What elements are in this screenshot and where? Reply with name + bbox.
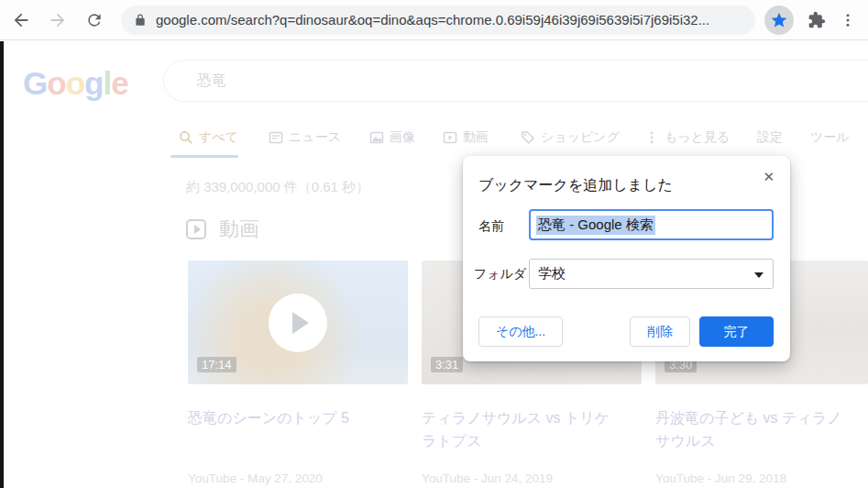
dialog-title: ブックマークを追加しました <box>478 176 673 195</box>
search-tabs: すべて ニュース 画像 動画 ショッピング もっと見る 設定 <box>0 129 868 153</box>
video-thumbnail[interactable]: 17:14 <box>188 261 408 384</box>
video-duration-badge: 17:14 <box>197 357 236 372</box>
video-source: YouTube - Jun 24, 2019 <box>422 471 553 485</box>
active-tab-underline <box>170 155 238 158</box>
screen: google.com/search?q=dinosaur&oq=dino&aqs… <box>0 0 868 488</box>
lock-icon <box>134 14 147 27</box>
tab-videos[interactable]: 動画 <box>443 129 489 146</box>
folder-value: 学校 <box>538 265 566 283</box>
news-icon <box>269 130 283 145</box>
video-title-link[interactable]: 恐竜のシーンのトップ 5 <box>188 407 390 430</box>
extensions-button[interactable] <box>801 5 832 36</box>
chevron-down-icon <box>754 272 764 278</box>
back-button[interactable] <box>5 5 37 36</box>
screen-edge <box>0 41 4 488</box>
more-options-button[interactable]: その他... <box>478 316 563 347</box>
tab-settings[interactable]: 設定 <box>757 129 783 146</box>
play-button-icon[interactable] <box>269 294 327 352</box>
puzzle-icon <box>808 11 826 29</box>
video-card[interactable]: 17:14 恐竜のシーンのトップ 5 YouTube - May 27, 202… <box>188 261 408 430</box>
done-button[interactable]: 完了 <box>699 316 774 347</box>
google-logo[interactable]: Google <box>23 65 128 102</box>
reload-button[interactable] <box>79 5 110 36</box>
tab-shopping[interactable]: ショッピング <box>521 129 620 146</box>
browser-toolbar: google.com/search?q=dinosaur&oq=dino&aqs… <box>0 0 868 40</box>
videos-icon <box>443 130 457 145</box>
reload-icon <box>85 11 104 29</box>
video-duration-badge: 3:31 <box>431 357 463 372</box>
back-arrow-icon <box>11 10 31 30</box>
tab-all[interactable]: すべて <box>179 129 238 146</box>
name-label: 名前 <box>478 218 504 235</box>
bookmark-dialog: ブックマークを追加しました ✕ 名前 恐竜 - Google 検索 フォルダ 学… <box>463 156 790 361</box>
browser-menu-button[interactable] <box>832 5 863 36</box>
videos-section-header: 動画 <box>186 216 259 243</box>
folder-select[interactable]: 学校 <box>529 259 774 289</box>
star-icon <box>770 11 788 29</box>
shopping-tag-icon <box>521 130 535 145</box>
search-query-text: 恐竜 <box>197 72 226 91</box>
tab-news[interactable]: ニュース <box>269 129 341 146</box>
video-source: YouTube - May 27, 2020 <box>188 471 323 485</box>
tab-more[interactable]: もっと見る <box>644 129 730 146</box>
videos-heading: 動画 <box>219 216 259 243</box>
folder-label: フォルダ <box>474 266 526 283</box>
tab-tools[interactable]: ツール <box>810 129 850 146</box>
search-input[interactable]: 恐竜 <box>163 60 868 102</box>
tab-images[interactable]: 画像 <box>369 129 415 146</box>
images-icon <box>369 130 384 145</box>
address-bar[interactable]: google.com/search?q=dinosaur&oq=dino&aqs… <box>121 6 755 35</box>
remove-button[interactable]: 削除 <box>630 316 690 347</box>
close-icon[interactable]: ✕ <box>759 165 778 189</box>
video-play-icon <box>186 219 206 239</box>
selected-text: 恐竜 - Google 検索 <box>536 216 655 235</box>
forward-button[interactable] <box>42 5 73 36</box>
result-stats: 約 339,000,000 件（0.61 秒） <box>186 179 369 196</box>
video-title-link[interactable]: ティラノサウルス vs トリケラトプス <box>422 407 624 453</box>
bookmark-name-input[interactable]: 恐竜 - Google 検索 <box>529 209 774 240</box>
more-dots-icon <box>644 130 659 145</box>
search-tab-icon <box>179 130 193 145</box>
video-title-link[interactable]: 丹波竜の子ども vs ティラノサウルス <box>655 407 851 453</box>
kebab-menu-icon <box>840 12 856 28</box>
forward-arrow-icon <box>48 10 68 30</box>
url-text: google.com/search?q=dinosaur&oq=dino&aqs… <box>156 12 709 28</box>
video-source: YouTube - Jun 29, 2018 <box>655 471 786 485</box>
bookmark-star-button[interactable] <box>764 6 794 35</box>
